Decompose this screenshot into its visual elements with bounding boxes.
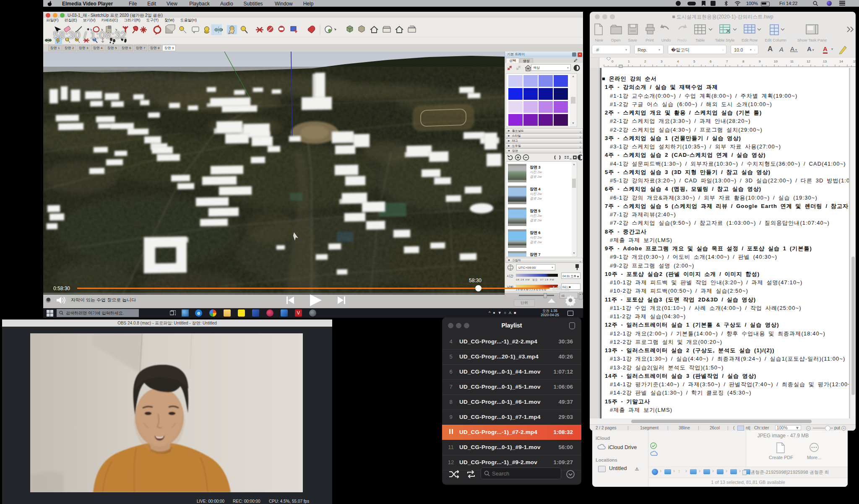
svg-text:0: 0 bbox=[612, 60, 614, 63]
svg-text:8: 8 bbox=[742, 60, 744, 63]
svg-text:7: 7 bbox=[726, 60, 728, 63]
svg-text:12: 12 bbox=[807, 60, 810, 63]
svg-text:10: 10 bbox=[774, 60, 778, 63]
svg-text:14: 14 bbox=[839, 60, 843, 63]
svg-text:5: 5 bbox=[693, 60, 695, 63]
svg-text:11: 11 bbox=[790, 60, 794, 63]
svg-text:1: 1 bbox=[628, 60, 630, 63]
svg-text:4: 4 bbox=[677, 60, 679, 63]
svg-text:2: 2 bbox=[644, 60, 646, 63]
svg-text:15: 15 bbox=[853, 60, 856, 63]
svg-text:3: 3 bbox=[661, 60, 663, 63]
svg-text:9: 9 bbox=[759, 60, 761, 63]
svg-text:6: 6 bbox=[710, 60, 712, 63]
svg-text:13: 13 bbox=[823, 60, 827, 63]
